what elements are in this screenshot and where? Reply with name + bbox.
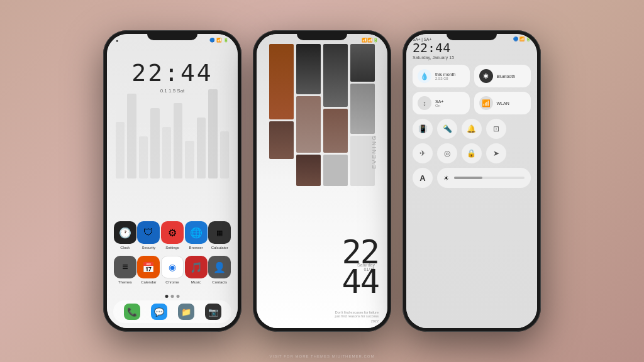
app-settings-label: Settings [165,246,179,250]
cc-data-icon: 💧 [418,69,431,83]
app-calendar[interactable]: 📅 Calendar [137,256,160,284]
app-contacts-label: Contacts [212,280,227,284]
app-calendar-label: Calendar [141,280,156,284]
collage-piece-2 [269,121,294,159]
bar-8 [197,118,206,179]
lock-time-big: 2244 [341,238,379,297]
cc-tile-data-text: this month 2.53 GB [435,72,455,80]
cc-tile-wlan[interactable]: 📶 WLAN [474,92,531,114]
dock-messages[interactable]: 💬 [151,304,167,320]
cc-buttons-row2: ✈ ◎ 🔒 ➤ [406,139,537,163]
cc-sa-value: On [435,104,443,107]
bar-6 [174,103,182,178]
app-clock-label: Clock [120,246,130,250]
dot-3 [177,295,180,298]
home-screen: ● 🔵 📶 🔋 22:44 0.1 1.5 Sat [107,34,238,328]
notch-3 [447,34,497,40]
app-music[interactable]: 🎵 Music [185,256,208,284]
cc-status-right: 🔵 📶 🔋 [513,36,531,41]
dock-camera[interactable]: 📷 [205,304,221,320]
cc-circle-btn[interactable]: ◎ [437,143,457,163]
app-grid: 🕐 Clock 🛡 Security ⚙ Settings 🌐 Browser [107,221,238,290]
cc-bluetooth-label: Bluetooth [497,74,516,79]
collage-area [269,44,375,195]
collage-col-1 [269,44,294,159]
collage-col-2 [296,44,321,186]
phone-1-screen: ● 🔵 📶 🔋 22:44 0.1 1.5 Sat [107,34,238,328]
dock-files[interactable]: 📁 [178,304,194,320]
bar-1 [116,122,125,178]
collage-piece-6 [323,44,348,107]
cc-brightness-bar [454,177,525,179]
home-clock-time: 22:44 [116,59,229,87]
cc-accessibility-btn[interactable]: A [413,168,433,188]
collage-piece-1 [269,44,294,119]
status-left-1: ● [116,38,118,43]
collage-col-3 [323,44,348,186]
cc-airplane-btn[interactable]: ✈ [413,143,433,163]
cc-sa-title: SA+ [435,99,443,104]
app-chrome[interactable]: ◉ Chrome [161,256,184,284]
app-security[interactable]: 🛡 Security [137,221,160,250]
evening-label: EVENING [371,134,377,169]
bar-7 [185,141,194,178]
collage-piece-9 [350,44,375,82]
app-themes[interactable]: ≡ Themes [114,256,136,284]
cc-brightness-fill [454,177,482,179]
app-chrome-label: Chrome [165,280,179,284]
bar-4 [150,108,159,179]
cc-bottom-row: A ☀ [406,163,537,188]
cc-lock-btn[interactable]: 🔒 [462,143,482,163]
control-center: SA+ | SA+ 🔵 📶 🔋 22:44 Saturday, January … [406,34,537,328]
cc-brightness-control[interactable]: ☀ [437,168,531,188]
cc-tile-data[interactable]: 💧 this month 2.53 GB [413,65,470,87]
app-browser[interactable]: 🌐 Browser [185,221,208,250]
phone-3: SA+ | SA+ 🔵 📶 🔋 22:44 Saturday, January … [402,30,541,332]
notch-1 [147,34,197,40]
lock-screen: 📶📶🔋 [257,34,387,328]
cc-bluetooth-icon: ✱ [479,69,493,83]
app-calculator-label: Calculator [211,246,228,250]
bar-5 [162,127,171,179]
dot-2 [171,295,174,298]
cc-sa-icon: ↕ [418,96,431,110]
cc-tile-bluetooth-text: Bluetooth [497,74,516,79]
collage-piece-5 [296,155,321,186]
cc-tile-sa-text: SA+ On [435,99,443,107]
cc-bell-btn[interactable]: 🔔 [462,119,482,139]
lock-quote: Don't find excuses for failure just find… [265,310,379,323]
watermark: VISIT FOR MORE THEMES MIUITHEMER.COM [270,354,375,358]
phone-1: ● 🔵 📶 🔋 22:44 0.1 1.5 Sat [103,30,242,332]
cc-sun-icon: ☀ [443,175,449,182]
cc-vibrate-btn[interactable]: 📳 [413,119,433,139]
cc-wlan-title: WLAN [497,101,509,106]
dock: 📞 💬 📁 📷 [113,300,231,323]
phone-3-screen: SA+ | SA+ 🔵 📶 🔋 22:44 Saturday, January … [406,34,537,328]
page-dots [165,295,180,298]
cc-tile-wlan-text: WLAN [497,101,509,106]
dot-1 [165,295,169,298]
cc-tiles-grid: 💧 this month 2.53 GB ✱ Bluetooth ↕ [406,60,537,114]
cc-tile-sa[interactable]: ↕ SA+ On [413,92,470,114]
app-music-label: Music [191,280,201,284]
cc-spacer-2 [510,143,530,163]
app-settings[interactable]: ⚙ Settings [161,221,184,250]
bar-2 [127,94,136,178]
cc-flashlight-btn[interactable]: 🔦 [437,119,457,139]
app-calculator[interactable]: ▦ Calculator [208,221,231,250]
notch-2 [297,34,347,40]
cc-tile-bluetooth[interactable]: ✱ Bluetooth [474,65,531,87]
app-themes-label: Themes [118,280,132,284]
cc-date: Saturday, January 15 [406,55,537,60]
cc-wlan-icon: 📶 [479,96,493,110]
collage-piece-8 [323,155,348,186]
app-clock[interactable]: 🕐 Clock [114,221,136,250]
cc-spacer-1 [510,119,530,139]
dock-phone[interactable]: 📞 [124,304,140,320]
app-contacts[interactable]: 👤 Contacts [208,256,231,284]
cc-data-value: 2.53 GB [435,77,455,80]
cc-scan-btn[interactable]: ⊡ [486,119,506,139]
cc-location-btn[interactable]: ➤ [486,143,506,163]
app-row-1: 🕐 Clock 🛡 Security ⚙ Settings 🌐 Browser [113,221,231,250]
collage-piece-7 [323,109,348,153]
